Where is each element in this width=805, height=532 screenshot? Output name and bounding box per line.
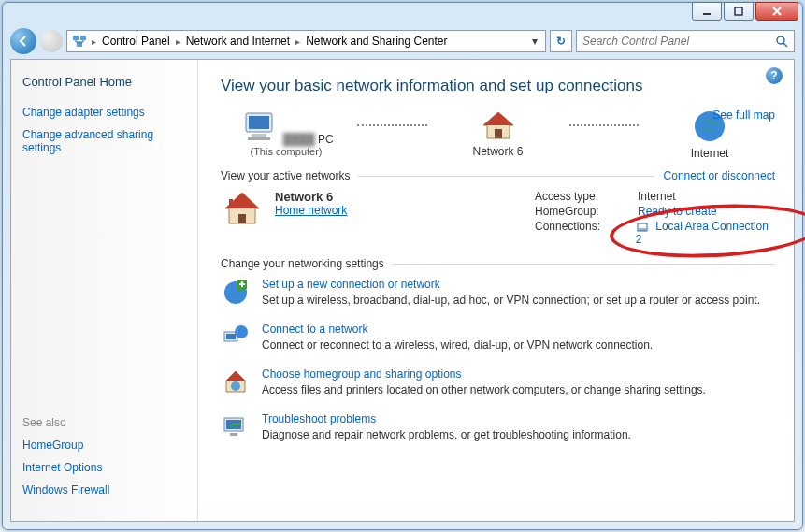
task-troubleshoot: Troubleshoot problems Diagnose and repai… [221,412,775,442]
active-networks-header: View your active networks [221,169,351,182]
troubleshoot-icon [221,412,251,442]
network-map: See full map ████ PC (This computer) Net… [221,108,775,160]
navigation-bar: ▸ Control Panel ▸ Network and Internet ▸… [10,25,795,57]
titlebar [3,3,802,25]
content-area: Control Panel Home Change adapter settin… [10,59,795,522]
svg-rect-14 [638,223,647,231]
see-also-homegroup[interactable]: HomeGroup [22,439,186,452]
task-connect-network: Connect to a network Connect or reconnec… [221,323,775,352]
see-also-internet-options[interactable]: Internet Options [22,461,186,474]
sidebar-link-advanced[interactable]: Change advanced sharing settings [22,128,186,154]
svg-rect-0 [703,13,711,15]
homegroup-icon [221,367,251,397]
svg-point-5 [777,36,784,44]
task-desc: Set up a wireless, broadband, dial-up, a… [262,294,760,307]
sidebar-link-adapter[interactable]: Change adapter settings [22,106,186,119]
connect-icon [221,323,251,352]
svg-rect-7 [249,116,269,129]
task-setup-connection: Set up a new connection or network Set u… [221,278,775,308]
svg-rect-8 [252,134,266,137]
chevron-right-icon: ▸ [90,36,98,47]
pc-sublabel: (This computer) [221,146,352,157]
maximize-button[interactable] [724,2,754,21]
search-icon [775,35,788,48]
new-connection-icon [221,278,251,308]
chevron-right-icon: ▸ [174,36,182,47]
sidebar: Control Panel Home Change adapter settin… [11,60,198,521]
connect-disconnect-link[interactable]: Connect or disconnect [664,169,775,182]
network-name: Network 6 [275,190,347,204]
task-title[interactable]: Connect to a network [262,323,653,336]
map-connector [569,124,640,126]
dropdown-icon[interactable]: ▾ [528,35,541,48]
see-full-map-link[interactable]: See full map [712,108,775,122]
see-also-firewall[interactable]: Windows Firewall [22,483,186,496]
task-title[interactable]: Choose homegroup and sharing options [262,367,706,381]
forward-button[interactable] [40,30,63,52]
house-icon [480,110,517,142]
house-icon [221,190,264,248]
breadcrumb-item[interactable]: Network and Internet [184,35,292,48]
svg-point-19 [235,325,248,338]
see-also-header: See also [22,416,186,429]
pc-name: PC [318,133,334,146]
svg-rect-23 [230,433,237,436]
breadcrumb-item[interactable]: Network and Sharing Center [304,35,449,48]
network-center-icon [71,33,88,50]
svg-rect-2 [73,36,79,40]
connection-link[interactable]: Local Area Connection 2 [636,220,769,246]
svg-rect-10 [495,129,502,138]
search-input[interactable] [582,35,775,48]
svg-rect-1 [735,7,742,15]
svg-rect-13 [229,199,233,207]
access-type-value: Internet [638,190,676,203]
task-homegroup: Choose homegroup and sharing options Acc… [221,367,775,397]
access-type-label: Access type: [535,190,638,203]
chevron-right-icon: ▸ [294,36,302,47]
svg-rect-3 [80,36,86,40]
task-desc: Diagnose and repair network problems, or… [262,428,631,441]
help-icon[interactable]: ? [766,67,783,84]
svg-point-20 [231,381,240,391]
minimize-button[interactable] [692,2,722,21]
breadcrumb-item[interactable]: Control Panel [100,35,172,48]
computer-icon [238,111,280,143]
svg-rect-12 [238,214,246,223]
map-this-pc[interactable]: ████ PC (This computer) [221,111,352,157]
change-settings-header: Change your networking settings [221,257,384,270]
task-desc: Connect or reconnect to a wireless, wire… [262,338,653,352]
network-type-link[interactable]: Home network [275,204,347,217]
breadcrumb[interactable]: ▸ Control Panel ▸ Network and Internet ▸… [66,30,546,52]
map-connector [357,124,427,126]
window-frame: ▸ Control Panel ▸ Network and Internet ▸… [2,2,803,530]
back-button[interactable] [10,28,36,54]
task-title[interactable]: Set up a new connection or network [262,278,760,291]
network-name: Network 6 [433,145,564,158]
page-heading: View your basic network information and … [221,77,775,95]
close-button[interactable] [755,2,798,21]
main-panel: ? View your basic network information an… [198,60,794,521]
homegroup-label: HomeGroup: [535,205,638,218]
search-box[interactable] [576,30,795,52]
map-network[interactable]: Network 6 [433,110,564,158]
task-title[interactable]: Troubleshoot problems [262,412,631,425]
ethernet-icon [636,222,649,233]
svg-rect-9 [248,137,270,140]
refresh-button[interactable]: ↻ [550,30,572,52]
internet-label: Internet [644,147,775,160]
task-desc: Access files and printers located on oth… [262,383,706,396]
svg-rect-18 [226,334,236,339]
control-panel-home-link[interactable]: Control Panel Home [22,75,186,89]
active-network-row: Network 6 Home network Access type:Inter… [221,190,775,248]
